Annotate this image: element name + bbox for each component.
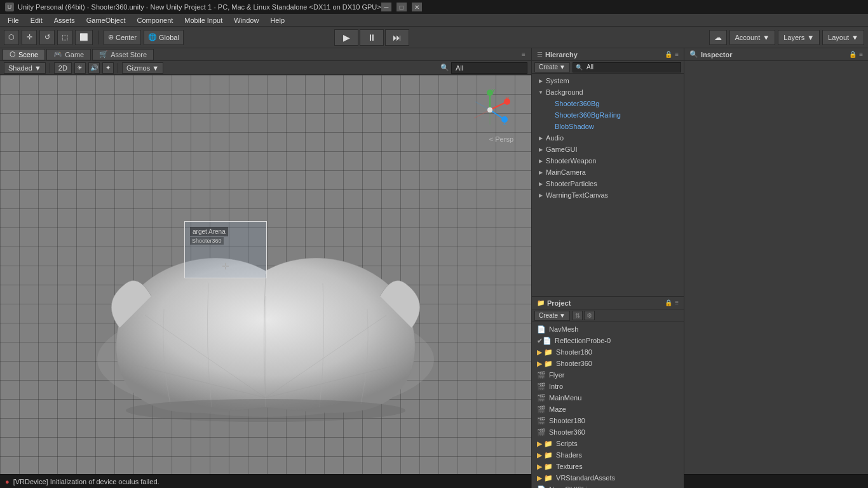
hierarchy-item-background[interactable]: ▼ Background bbox=[532, 86, 684, 98]
step-button[interactable]: ⏭ bbox=[385, 29, 409, 46]
project-item-textures[interactable]: ▶ 📁 Textures bbox=[532, 461, 684, 472]
project-item-shooter180scene[interactable]: 🎬 Shooter180 bbox=[532, 415, 684, 426]
project-lock-icon[interactable]: 🔒 bbox=[665, 299, 672, 306]
inspector-tab-bar: 🔍 Inspector 🔒 ≡ bbox=[684, 48, 868, 61]
tab-menu-button[interactable]: ≡ bbox=[519, 50, 529, 60]
tree-arrow-audio: ▶ bbox=[537, 134, 545, 142]
pause-button[interactable]: ⏸ bbox=[360, 29, 384, 46]
folder-icon: ▶ 📁 bbox=[537, 360, 553, 368]
menu-item-help[interactable]: Help bbox=[265, 15, 290, 25]
project-sort-icon[interactable]: ⇅ bbox=[573, 311, 583, 320]
project-item-flyer[interactable]: 🎬 Flyer bbox=[532, 369, 684, 381]
project-label-reflectionprobe: ReflectionProbe-0 bbox=[555, 337, 611, 344]
hierarchy-item-shooterweapon[interactable]: ▶ ShooterWeapon bbox=[532, 155, 684, 166]
menu-item-mobile-input[interactable]: Mobile Input bbox=[179, 15, 227, 25]
hierarchy-item-warningtextcanvas[interactable]: ▶ WarningTextCanvas bbox=[532, 189, 684, 201]
center-label: Center bbox=[116, 34, 137, 41]
error-icon: ● bbox=[5, 478, 10, 485]
hierarchy-search-input[interactable] bbox=[584, 62, 678, 72]
scene-light-button[interactable]: ☀ bbox=[74, 62, 86, 74]
tool-scale-button[interactable]: ⬚ bbox=[57, 30, 72, 45]
scene-toolbar: Shaded ▼ 2D ☀ 🔊 ✦ Gizmos ▼ 🔍 bbox=[0, 61, 531, 75]
project-item-scripts[interactable]: ▶ 📁 Scripts bbox=[532, 438, 684, 449]
menu-item-gameobject[interactable]: GameObject bbox=[81, 15, 131, 25]
play-button[interactable]: ▶ bbox=[334, 29, 358, 46]
project-create-button[interactable]: Create ▼ bbox=[534, 311, 570, 321]
menu-item-assets[interactable]: Assets bbox=[49, 15, 80, 25]
center-button[interactable]: ⊕ Center bbox=[104, 30, 141, 45]
title-bar-title: Unity Personal (64bit) - Shooter360.unit… bbox=[18, 3, 381, 11]
project-item-mainmenu[interactable]: 🎬 MainMenu bbox=[532, 392, 684, 403]
shading-dropdown[interactable]: Shaded ▼ bbox=[4, 62, 46, 74]
scene-search-input[interactable] bbox=[451, 62, 527, 74]
project-item-vrstandardassets[interactable]: ▶ 📁 VRStandardAssets bbox=[532, 472, 684, 484]
scene-gizmo[interactable]: Y X Z bbox=[468, 88, 512, 132]
project-item-navmesh[interactable]: 📄 NavMesh bbox=[532, 323, 684, 335]
minimize-button[interactable]: ─ bbox=[381, 3, 391, 11]
project-item-reflectionprobe[interactable]: ✔📄 ReflectionProbe-0 bbox=[532, 335, 684, 346]
hierarchy-search-icon: 🔍 bbox=[576, 64, 583, 71]
asset-store-tab[interactable]: 🛒 Asset Store bbox=[92, 49, 154, 60]
menu-item-window[interactable]: Window bbox=[229, 15, 264, 25]
project-item-shooter180[interactable]: ▶ 📁 Shooter180 bbox=[532, 346, 684, 358]
game-tab[interactable]: 🎮 Game bbox=[46, 49, 91, 60]
project-label-shooter180: Shooter180 bbox=[556, 348, 592, 356]
hierarchy-lock-icon[interactable]: 🔒 bbox=[665, 51, 672, 58]
tree-label-shooterweapon: ShooterWeapon bbox=[546, 157, 596, 165]
inspector-menu-icon[interactable]: ≡ bbox=[859, 51, 863, 58]
menu-item-component[interactable]: Component bbox=[132, 15, 178, 25]
project-item-maze[interactable]: 🎬 Maze bbox=[532, 403, 684, 415]
gizmos-button[interactable]: Gizmos ▼ bbox=[122, 62, 163, 74]
tool-hand-button[interactable]: ⬡ bbox=[4, 30, 19, 45]
view-tab-bar: ⬡ Scene 🎮 Game 🛒 Asset Store ≡ bbox=[0, 48, 531, 61]
menu-item-file[interactable]: File bbox=[3, 15, 24, 25]
hierarchy-item-shooterparticles[interactable]: ▶ ShooterParticles bbox=[532, 178, 684, 189]
hierarchy-create-button[interactable]: Create ▼ bbox=[534, 62, 570, 72]
project-filter-icon[interactable]: ⚙ bbox=[584, 311, 595, 320]
project-item-intro[interactable]: 🎬 Intro bbox=[532, 381, 684, 392]
hierarchy-item-system[interactable]: ▶ System bbox=[532, 75, 684, 86]
shading-chevron-icon: ▼ bbox=[34, 64, 41, 72]
project-item-newguiskin[interactable]: 📄 New GUISkin bbox=[532, 484, 684, 488]
layers-dropdown[interactable]: Layers ▼ bbox=[778, 30, 820, 45]
tool-move-button[interactable]: ✛ bbox=[22, 30, 37, 45]
project-item-shaders[interactable]: ▶ 📁 Shaders bbox=[532, 449, 684, 461]
global-button[interactable]: 🌐 Global bbox=[144, 30, 184, 45]
project-label-shooter180scene: Shooter180 bbox=[549, 417, 585, 424]
tool-rect-button[interactable]: ⬜ bbox=[75, 30, 93, 45]
project-label-shaders: Shaders bbox=[556, 451, 582, 459]
menu-item-edit[interactable]: Edit bbox=[25, 15, 48, 25]
layout-dropdown[interactable]: Layout ▼ bbox=[822, 30, 864, 45]
inspector-lock-icon[interactable]: 🔒 bbox=[849, 51, 857, 58]
hierarchy-title: Hierarchy bbox=[545, 51, 578, 58]
account-dropdown[interactable]: Account ▼ bbox=[729, 30, 776, 45]
hierarchy-item-audio[interactable]: ▶ Audio bbox=[532, 132, 684, 144]
folder-icon: ▶ 📁 bbox=[537, 474, 553, 482]
cloud-button[interactable]: ☁ bbox=[709, 30, 727, 45]
hierarchy-item-maincamera[interactable]: ▶ MainCamera bbox=[532, 166, 684, 178]
scene-fx-button[interactable]: ✦ bbox=[102, 62, 114, 74]
gizmos-label: Gizmos bbox=[126, 64, 150, 72]
hierarchy-item-shooter360bgrailing[interactable]: Shooter360BgRailing bbox=[532, 109, 684, 121]
left-panel: ⬡ Scene 🎮 Game 🛒 Asset Store ≡ Shaded ▼ … bbox=[0, 48, 531, 474]
tool-rotate-button[interactable]: ↺ bbox=[39, 30, 55, 45]
inspector-column: 🔍 Inspector 🔒 ≡ bbox=[684, 48, 868, 474]
status-bar: ● [VRDevice] Initialization of device oc… bbox=[0, 474, 868, 488]
scene-tab[interactable]: ⬡ Scene bbox=[3, 49, 45, 60]
close-button[interactable]: ✕ bbox=[412, 3, 422, 11]
hierarchy-menu-icon[interactable]: ≡ bbox=[675, 51, 679, 58]
project-menu-icon[interactable]: ≡ bbox=[675, 299, 679, 306]
hierarchy-item-gamegui[interactable]: ▶ GameGUI bbox=[532, 144, 684, 155]
scene-viewport[interactable]: arget Arena Shooter360 ✛ Y X bbox=[0, 75, 531, 474]
2d-button[interactable]: 2D bbox=[54, 62, 72, 74]
project-item-shooter360scene[interactable]: 🎬 Shooter360 bbox=[532, 426, 684, 438]
hierarchy-item-shooter360bg[interactable]: Shooter360Bg bbox=[532, 98, 684, 109]
scene-audio-button[interactable]: 🔊 bbox=[88, 62, 100, 74]
maximize-button[interactable]: □ bbox=[397, 3, 407, 11]
tree-arrow-shooterweapon: ▶ bbox=[537, 157, 545, 165]
project-item-shooter360[interactable]: ▶ 📁 Shooter360 bbox=[532, 358, 684, 369]
hierarchy-item-blobshadow[interactable]: BlobShadow bbox=[532, 121, 684, 132]
tree-arrow-shooterparticles: ▶ bbox=[537, 180, 545, 187]
layout-chevron-icon: ▼ bbox=[851, 34, 858, 41]
toolbar: ⬡ ✛ ↺ ⬚ ⬜ ⊕ Center 🌐 Global ▶ ⏸ ⏭ ☁ Acco… bbox=[0, 27, 868, 48]
